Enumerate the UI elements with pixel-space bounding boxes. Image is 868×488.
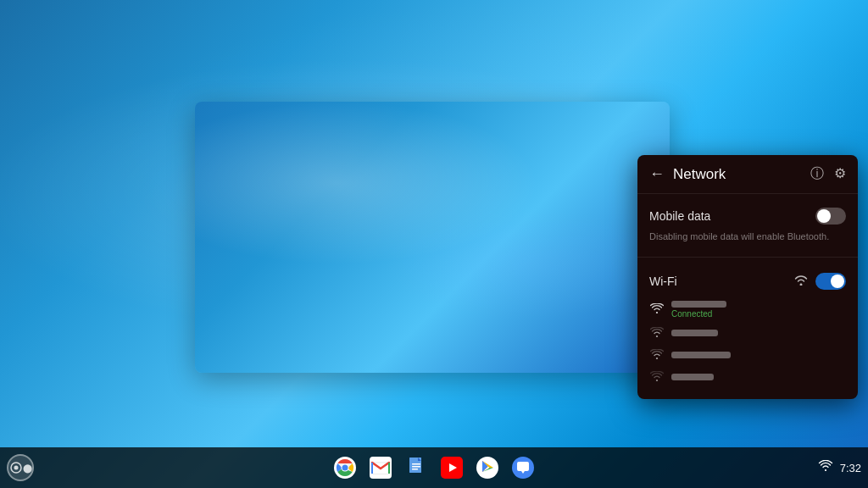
mobile-data-toggle[interactable] — [815, 208, 846, 225]
wifi-network-item[interactable] — [649, 367, 846, 389]
panel-header: ← Network ⓘ ⚙ — [637, 155, 858, 194]
wifi-name-block-3 — [671, 352, 846, 360]
wifi-name-block-2 — [671, 330, 846, 338]
settings-icon[interactable]: ⚙ — [834, 165, 846, 183]
wifi-section: Wi-Fi — [637, 259, 858, 399]
docs-app-icon[interactable] — [403, 455, 429, 480]
mobile-data-label: Mobile data — [649, 209, 710, 223]
taskbar-apps — [332, 455, 536, 480]
svg-rect-14 — [412, 469, 418, 470]
wifi-network-list: Connected — [649, 295, 846, 391]
taskbar: 7:32 — [0, 447, 868, 488]
panel-title: Network — [673, 166, 802, 183]
mobile-data-section: Mobile data Disabling mobile data will e… — [637, 194, 858, 255]
system-tray: 7:32 — [818, 460, 861, 475]
svg-rect-13 — [412, 466, 420, 468]
wifi-network-name-2 — [671, 330, 718, 336]
svg-point-17 — [476, 457, 498, 479]
play-store-app-icon[interactable] — [475, 455, 500, 480]
wifi-network-item[interactable] — [649, 323, 846, 345]
wifi-network-item[interactable] — [649, 345, 846, 367]
launcher-button[interactable] — [7, 454, 34, 481]
system-clock[interactable]: 7:32 — [840, 462, 861, 474]
info-icon[interactable]: ⓘ — [810, 165, 824, 183]
desktop: ← Network ⓘ ⚙ Mobile data Disabling mobi… — [0, 0, 868, 488]
svg-rect-12 — [412, 463, 420, 465]
mobile-data-subtitle: Disabling mobile data will enable Blueto… — [649, 230, 846, 247]
chrome-app-icon[interactable] — [332, 455, 358, 480]
mobile-data-row: Mobile data — [649, 202, 846, 230]
wifi-signal-icon-4 — [649, 371, 665, 385]
wifi-header: Wi-Fi — [649, 268, 846, 295]
wifi-signal-icon-3 — [649, 349, 665, 363]
wifi-signal-icon — [793, 274, 809, 289]
wifi-network-name-3 — [671, 352, 731, 358]
wifi-signal-icon-2 — [649, 327, 665, 341]
app-window — [195, 102, 670, 373]
svg-point-5 — [342, 465, 348, 471]
back-button[interactable]: ← — [649, 165, 665, 183]
wifi-connected-label: Connected — [671, 309, 846, 319]
wifi-network-item[interactable]: Connected — [649, 297, 846, 323]
svg-point-1 — [14, 466, 18, 470]
wifi-toggle[interactable] — [815, 273, 846, 290]
gmail-app-icon[interactable] — [368, 455, 393, 480]
wifi-label: Wi-Fi — [649, 274, 677, 288]
taskbar-left — [7, 454, 34, 481]
messages-app-icon[interactable] — [510, 455, 536, 480]
wifi-name-block-1: Connected — [671, 301, 846, 319]
wifi-signal-icon-1 — [649, 303, 665, 317]
youtube-app-icon[interactable] — [439, 455, 465, 480]
wifi-name-block-4 — [671, 374, 846, 382]
wifi-tray-icon — [818, 460, 833, 475]
wifi-icons — [793, 273, 846, 290]
panel-header-actions: ⓘ ⚙ — [810, 165, 846, 183]
wifi-network-name-4 — [671, 374, 714, 380]
section-divider — [637, 257, 858, 258]
network-panel: ← Network ⓘ ⚙ Mobile data Disabling mobi… — [637, 155, 858, 399]
wifi-network-name-1 — [671, 301, 726, 308]
